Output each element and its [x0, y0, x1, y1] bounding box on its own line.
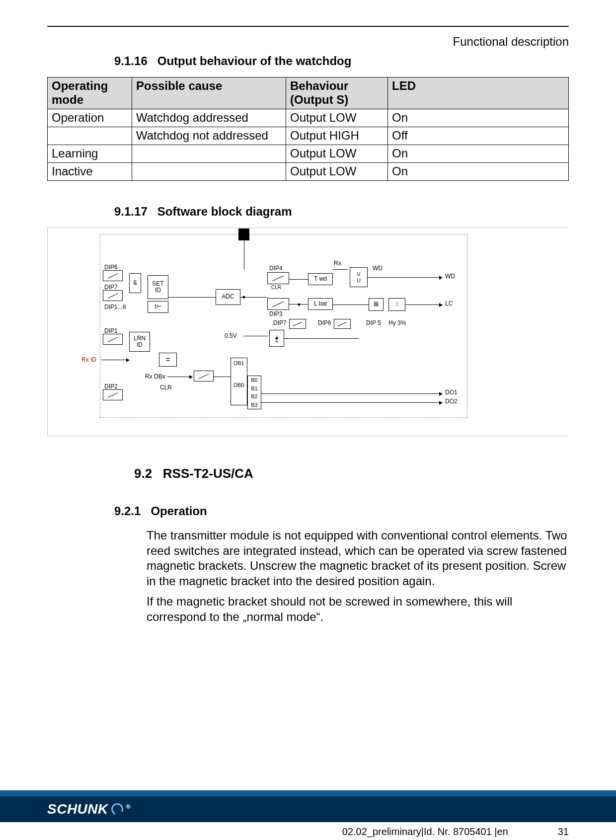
heading-title: Software block diagram: [157, 205, 292, 218]
registered-icon: ®: [126, 803, 131, 810]
cell-beh: Output LOW: [286, 163, 388, 181]
table-header-row: Operating mode Possible cause Behaviour …: [48, 77, 569, 109]
label-db1: DB1: [233, 360, 244, 382]
cell-beh: Output LOW: [286, 145, 388, 163]
label-dip1: DIP1: [104, 328, 118, 334]
lbat-block: L bat: [308, 298, 333, 310]
label-b2: B2: [251, 393, 257, 399]
cell-beh: Output HIGH: [286, 127, 388, 145]
diagram-wire: [368, 277, 442, 278]
brand-logo: SCHUNK ®: [47, 801, 131, 817]
label-v: V: [357, 271, 360, 277]
doc-id: 02.02_preliminary|Id. Nr. 8705401 |en: [342, 826, 508, 838]
label-dip1-8: DIP1...8: [104, 304, 126, 310]
body-text: The transmitter module is not equipped w…: [147, 528, 569, 624]
hysteresis-icon: ⎍: [388, 298, 405, 311]
diagram-wire: [333, 269, 348, 270]
table-row: Operation Watchdog addressed Output LOW …: [48, 109, 569, 127]
switch-icon: [103, 334, 123, 345]
label-t: t: [154, 304, 156, 310]
db-block: DB1 DB0: [231, 358, 247, 405]
heading-9-1-17: 9.1.17 Software block diagram: [114, 205, 569, 219]
label-wd-out: WD: [445, 273, 455, 279]
label-clr: CLR: [160, 384, 172, 390]
label-dip2: DIP2: [104, 383, 118, 389]
vu-block: V U: [350, 267, 368, 287]
cell-led: Off: [388, 127, 569, 145]
diagram-wire: [333, 305, 369, 305]
cell-led: On: [388, 163, 569, 181]
page-number: 31: [558, 826, 569, 838]
switch-icon: [334, 319, 351, 329]
switch-icon: [267, 298, 289, 310]
diagram-wire: [289, 279, 308, 280]
switch-icon: [103, 389, 123, 400]
label-wd: WD: [373, 265, 383, 271]
cell-cause: Watchdog not addressed: [132, 127, 286, 145]
lrn-id-block: LRN ID: [129, 332, 150, 352]
label-u: U: [357, 277, 361, 283]
label-dip3: DIP3: [269, 311, 283, 317]
table-row: Learning Output LOW On: [48, 145, 569, 163]
brand-swirl-icon: [109, 802, 125, 817]
cell-led: On: [388, 145, 569, 163]
cell-led: On: [388, 109, 569, 127]
label-b3: B3: [251, 402, 257, 408]
block-icon: ⊠: [369, 298, 384, 311]
switch-icon: [103, 290, 123, 301]
paragraph: The transmitter module is not equipped w…: [147, 528, 569, 589]
header-rule: [47, 26, 569, 27]
label-b0: B0: [251, 377, 257, 383]
table-row: Watchdog not addressed Output HIGH Off: [48, 127, 569, 145]
switch-icon: [289, 319, 306, 329]
switch-icon: [194, 371, 214, 382]
heading-number: 9.1.17: [114, 205, 148, 218]
label-b1: B1: [251, 385, 257, 391]
software-block-diagram: DIP6 DIP7 DIP1...8 & SET ID t⊢ DIP1 LRN …: [47, 228, 569, 436]
diagram-wire: [101, 360, 129, 360]
set-id-block: SET ID: [148, 275, 168, 299]
label-db0: DB0: [233, 382, 244, 388]
label-dip7r: DIP7: [273, 320, 287, 326]
bits-block: B0 B1 B2 B3: [247, 376, 261, 409]
diagram-wire: [243, 336, 268, 336]
label-hy3: Hy 3%: [388, 320, 406, 326]
cell-mode: Learning: [48, 145, 132, 163]
header-section-title: Functional description: [453, 35, 569, 49]
cell-mode: Inactive: [48, 163, 132, 181]
heading-number: 9.1.16: [114, 54, 148, 68]
label-rx-dbx: Rx DBx: [145, 374, 165, 380]
heading-number: 9.2: [134, 466, 152, 481]
equals-block: =: [159, 353, 177, 367]
cell-mode: [48, 127, 132, 145]
label-dip5: DIP 5: [366, 320, 381, 326]
diagram-wire: [167, 377, 192, 377]
diagram-wire: [405, 305, 442, 305]
footer-accent-bar: [0, 790, 616, 796]
cell-cause: [132, 145, 286, 163]
th-operating-mode: Operating mode: [48, 77, 132, 109]
label-do1: DO1: [445, 389, 458, 395]
and-gate-icon: &: [129, 273, 141, 293]
table-row: Inactive Output LOW On: [48, 163, 569, 181]
footer-main-bar: SCHUNK ®: [0, 796, 616, 822]
brand-name: SCHUNK: [47, 801, 108, 817]
label-0-5v: 0.5V: [225, 333, 237, 339]
watchdog-table: Operating mode Possible cause Behaviour …: [47, 77, 569, 181]
heading-title: Output behaviour of the watchdog: [157, 54, 352, 68]
heading-title: RSS-T2-US/CA: [163, 466, 253, 481]
label-clr: CLR: [271, 285, 281, 290]
label-dip6: DIP6: [104, 264, 118, 270]
diagram-canvas: DIP6 DIP7 DIP1...8 & SET ID t⊢ DIP1 LRN …: [100, 234, 467, 418]
node-icon: [298, 304, 301, 306]
node-icon: [243, 296, 245, 299]
node-icon: [276, 337, 278, 340]
label-rx-id: Rx ID: [81, 357, 96, 363]
th-possible-cause: Possible cause: [132, 77, 286, 109]
heading-9-1-16: 9.1.16 Output behaviour of the watchdog: [114, 54, 569, 68]
label-dip7: DIP7: [104, 284, 118, 290]
diagram-wire: [261, 393, 442, 394]
diagram-wire: [168, 297, 216, 298]
cell-mode: Operation: [48, 109, 132, 127]
th-behaviour: Behaviour (Output S): [286, 77, 388, 109]
